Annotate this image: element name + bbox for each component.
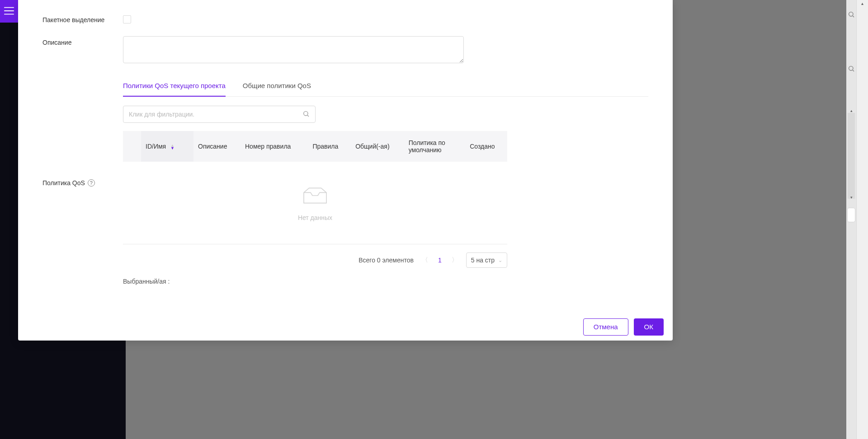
svg-point-3 xyxy=(849,12,853,16)
page-size-select[interactable]: 5 на стр ⌄ xyxy=(466,252,507,268)
filter-input[interactable] xyxy=(129,111,302,118)
selected-label: Выбранный/ая : xyxy=(123,278,648,285)
help-icon[interactable]: ? xyxy=(88,179,95,187)
hamburger-menu-button[interactable] xyxy=(0,0,18,23)
description-textarea[interactable] xyxy=(123,36,464,63)
col-created[interactable]: Создано xyxy=(465,131,507,162)
chevron-left-icon: 〈 xyxy=(422,256,428,263)
dialog: Пакетное выделение Описание Политика QoS… xyxy=(18,0,673,341)
hamburger-icon xyxy=(4,7,14,16)
svg-line-4 xyxy=(853,16,854,17)
search-icon[interactable] xyxy=(848,11,855,19)
partial-input-stub xyxy=(847,208,855,222)
tab-current-project-qos[interactable]: Политики QoS текущего проекта xyxy=(123,77,226,97)
page-size-label: 5 на стр xyxy=(471,257,495,264)
row-description: Описание xyxy=(42,36,648,65)
inner-scrollbar[interactable] xyxy=(848,113,855,199)
svg-point-5 xyxy=(849,66,853,70)
col-id-name-label: ID/Имя xyxy=(146,143,166,150)
col-shared[interactable]: Общий(-ая) xyxy=(351,131,404,162)
right-panel-stub: ▴ ▾ xyxy=(846,0,856,439)
qos-area: Политики QoS текущего проекта Общие поли… xyxy=(123,77,648,285)
empty-state: Нет данных xyxy=(123,162,507,239)
ok-button[interactable]: ОК xyxy=(634,318,664,336)
qos-policy-label: Политика QoS xyxy=(42,179,85,187)
row-qos: Политика QoS ? Политики QoS текущего про… xyxy=(42,77,648,285)
dialog-footer: Отмена ОК xyxy=(18,313,673,341)
pagination-total: Всего 0 элементов xyxy=(359,257,414,264)
page-number[interactable]: 1 xyxy=(436,257,443,264)
batch-select-label: Пакетное выделение xyxy=(42,14,123,23)
svg-point-7 xyxy=(304,111,308,115)
inner-scroll-down-icon: ▾ xyxy=(850,195,853,200)
col-rules[interactable]: Правила xyxy=(308,131,351,162)
sort-icon: ▲▼ xyxy=(170,144,175,149)
page-next-button[interactable]: 〉 xyxy=(450,256,460,264)
filter-input-container[interactable] xyxy=(123,106,316,123)
empty-box-icon xyxy=(123,184,507,207)
inner-scroll-up-icon: ▴ xyxy=(850,108,853,113)
row-batch-select: Пакетное выделение xyxy=(42,14,648,23)
search-icon[interactable] xyxy=(848,65,855,74)
table-header-row: ID/Имя ▲▼ Описание Номер правила Правила… xyxy=(123,131,507,162)
tab-shared-qos[interactable]: Общие политики QoS xyxy=(243,77,311,97)
page-prev-button[interactable]: 〈 xyxy=(420,256,430,264)
qos-policy-label-wrap: Политика QoS ? xyxy=(42,77,123,285)
col-select xyxy=(123,131,141,162)
col-description[interactable]: Описание xyxy=(193,131,241,162)
batch-select-checkbox[interactable] xyxy=(123,15,131,23)
pagination: Всего 0 элементов 〈 1 〉 5 на стр ⌄ xyxy=(123,244,507,270)
dialog-body: Пакетное выделение Описание Политика QoS… xyxy=(18,0,673,313)
svg-line-8 xyxy=(307,115,309,117)
description-label: Описание xyxy=(42,36,123,65)
qos-tabs: Политики QoS текущего проекта Общие поли… xyxy=(123,77,648,97)
chevron-right-icon: 〉 xyxy=(452,256,458,263)
filter-wrap xyxy=(123,106,648,123)
scroll-up-icon: ▴ xyxy=(861,1,863,6)
chevron-down-icon: ⌄ xyxy=(498,257,502,263)
outer-scrollbar[interactable]: ▴ xyxy=(856,0,868,439)
search-icon xyxy=(302,110,310,119)
qos-table: ID/Имя ▲▼ Описание Номер правила Правила… xyxy=(123,131,507,162)
col-rule-number[interactable]: Номер правила xyxy=(241,131,308,162)
col-id-name[interactable]: ID/Имя ▲▼ xyxy=(141,131,193,162)
col-default-policy[interactable]: Политика по умолчанию xyxy=(404,131,466,162)
svg-line-6 xyxy=(853,70,854,71)
empty-text: Нет данных xyxy=(123,214,507,221)
cancel-button[interactable]: Отмена xyxy=(583,318,628,336)
